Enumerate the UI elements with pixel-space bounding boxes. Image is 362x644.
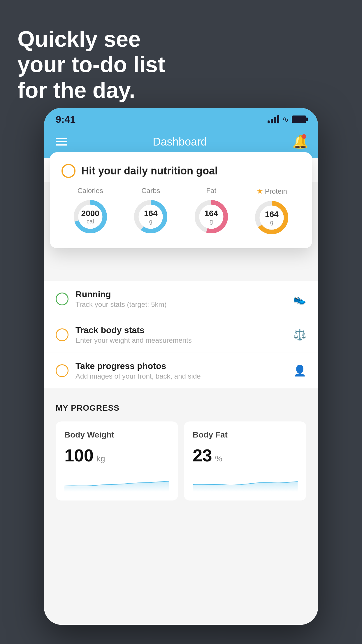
running-check[interactable] <box>56 293 68 305</box>
menu-button[interactable] <box>56 138 67 146</box>
calories-unit: cal <box>81 218 99 224</box>
body-stats-icon: ⚖️ <box>293 329 306 341</box>
fat-unit: g <box>204 218 218 224</box>
body-stats-text: Track body stats Enter your weight and m… <box>75 325 286 344</box>
signal-icon <box>268 115 279 123</box>
todo-list: Running Track your stats (target: 5km) 👟… <box>44 281 318 389</box>
body-weight-value: 100 <box>64 445 94 466</box>
wifi-icon: ∿ <box>282 115 289 124</box>
progress-photos-title: Take progress photos <box>75 361 286 371</box>
phone-mockup: 9:41 ∿ Dashboard 🔔 THINGS TO DO TODAY Hi… <box>44 108 318 625</box>
protein-unit: g <box>265 219 279 225</box>
nutrition-card-title: Hit your daily nutrition goal <box>81 165 218 177</box>
body-stats-subtitle: Enter your weight and measurements <box>75 336 286 344</box>
status-icons: ∿ <box>268 115 306 124</box>
header-title: Dashboard <box>153 136 207 148</box>
progress-photos-subtitle: Add images of your front, back, and side <box>75 372 286 380</box>
nutrition-check-circle[interactable] <box>61 164 75 178</box>
running-text: Running Track your stats (target: 5km) <box>75 289 286 309</box>
todo-item-progress-photos[interactable]: Take progress photos Add images of your … <box>44 353 318 389</box>
carbs-unit: g <box>144 218 158 224</box>
todo-item-running[interactable]: Running Track your stats (target: 5km) 👟 <box>44 281 318 317</box>
nutrition-carbs: Carbs 164 g <box>132 187 170 236</box>
body-fat-chart <box>193 474 298 492</box>
status-time: 9:41 <box>56 114 75 125</box>
status-bar: 9:41 ∿ <box>44 108 318 128</box>
progress-title: MY PROGRESS <box>56 403 306 413</box>
body-fat-card[interactable]: Body Fat 23 % <box>184 421 306 501</box>
running-subtitle: Track your stats (target: 5km) <box>75 300 286 309</box>
nutrition-fat: Fat 164 g <box>192 187 230 236</box>
nutrition-protein: ★ Protein 164 g <box>253 187 291 237</box>
nutrition-calories: Calories 2000 cal <box>71 187 109 236</box>
nutrition-card: Hit your daily nutrition goal Calories 2… <box>50 152 312 248</box>
star-icon: ★ <box>256 187 263 196</box>
body-fat-unit: % <box>215 454 222 463</box>
fat-value: 164 <box>204 209 218 218</box>
progress-photos-check[interactable] <box>56 364 68 377</box>
app-body: THINGS TO DO TODAY Hit your daily nutrit… <box>44 158 318 625</box>
body-weight-label: Body Weight <box>64 430 169 440</box>
body-fat-value-row: 23 % <box>193 445 298 466</box>
calories-value: 2000 <box>81 209 99 218</box>
notification-button[interactable]: 🔔 <box>292 134 306 149</box>
body-stats-title: Track body stats <box>75 325 286 335</box>
calories-donut: 2000 cal <box>71 198 109 236</box>
todo-item-body-stats[interactable]: Track body stats Enter your weight and m… <box>44 317 318 353</box>
protein-value: 164 <box>265 210 279 219</box>
progress-cards: Body Weight 100 kg <box>56 421 306 501</box>
body-weight-unit: kg <box>96 454 105 463</box>
protein-label: ★ Protein <box>256 187 287 196</box>
running-title: Running <box>75 289 286 299</box>
fat-donut: 164 g <box>192 198 230 236</box>
carbs-label: Carbs <box>141 187 160 195</box>
progress-photos-icon: 👤 <box>293 365 306 377</box>
carbs-value: 164 <box>144 209 158 218</box>
battery-icon <box>292 116 306 123</box>
body-weight-value-row: 100 kg <box>64 445 169 466</box>
fat-label: Fat <box>206 187 216 195</box>
nutrition-row: Calories 2000 cal Carbs <box>61 187 301 237</box>
carbs-donut: 164 g <box>132 198 170 236</box>
notification-badge <box>302 134 306 139</box>
body-fat-label: Body Fat <box>193 430 298 440</box>
running-icon: 👟 <box>293 293 306 305</box>
body-weight-card[interactable]: Body Weight 100 kg <box>56 421 178 501</box>
body-fat-value: 23 <box>193 445 212 466</box>
progress-photos-text: Take progress photos Add images of your … <box>75 361 286 380</box>
calories-label: Calories <box>78 187 103 195</box>
body-weight-chart <box>64 474 169 492</box>
body-stats-check[interactable] <box>56 328 68 341</box>
hero-heading: Quickly see your to-do list for the day. <box>17 26 165 103</box>
progress-section: MY PROGRESS Body Weight 100 kg <box>44 389 318 509</box>
protein-donut: 164 g <box>253 199 291 237</box>
